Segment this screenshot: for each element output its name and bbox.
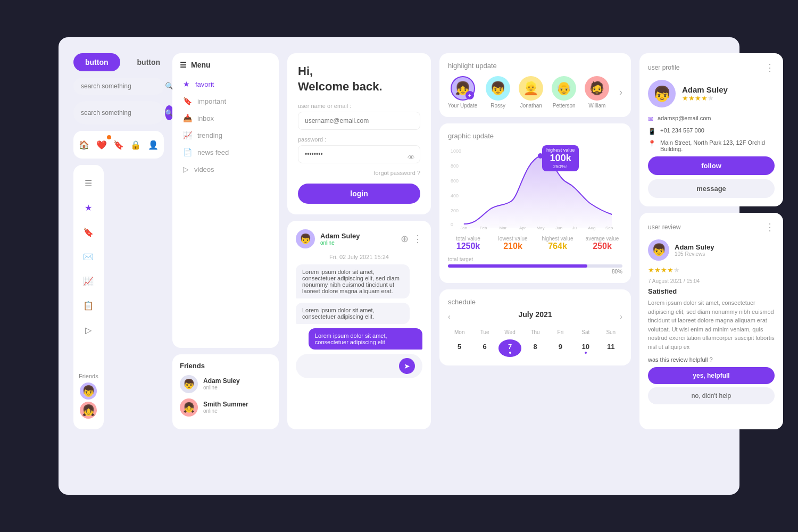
message-button[interactable]: message: [648, 179, 775, 198]
svg-text:400: 400: [451, 193, 459, 198]
schedule-title: schedule: [448, 298, 622, 306]
outline-button[interactable]: button: [126, 53, 172, 71]
progress-section: total target 80%: [448, 256, 622, 275]
menu-item-newsfeed[interactable]: 📄 news feed: [180, 144, 271, 161]
cal-day-7[interactable]: 7: [498, 339, 521, 357]
cal-month: July 2021: [518, 310, 552, 319]
lock-icon[interactable]: 🔒: [127, 136, 144, 153]
col2-sidebar: ☰ Menu ★ favorit 🔖 important 📥 inbox 📈 t…: [172, 53, 279, 429]
calendar-grid: Mon Tue Wed Thu Fri Sat Sun 5 6 7 8 9 10…: [448, 327, 622, 357]
menu-item-inbox[interactable]: 📥 inbox: [180, 110, 271, 127]
hl-avatar-you: 👧 +: [451, 76, 475, 101]
email-input[interactable]: [298, 112, 420, 130]
copy-nav-icon[interactable]: 📋: [79, 296, 98, 315]
important-icon: 🔖: [183, 97, 192, 105]
svg-text:Mar: Mar: [500, 226, 507, 230]
profile-email-text: adamsp@email.com: [658, 115, 711, 121]
cal-next-arrow[interactable]: ›: [620, 312, 622, 321]
star-nav-icon[interactable]: ★: [79, 198, 98, 217]
chart-card: graphic update highest value 100k 250%↑ …: [439, 123, 631, 283]
mini-friend-1[interactable]: 👦: [80, 383, 97, 400]
hl-user-jonathan[interactable]: 👱 Jonathan: [519, 76, 543, 109]
tooltip-percent: 250%↑: [546, 164, 575, 169]
play-nav-icon[interactable]: ▷: [79, 320, 98, 339]
bookmark-nav-icon[interactable]: 🔖: [79, 222, 98, 242]
profile-address-text: Main Street, North Park 123, 12F Orchid …: [660, 139, 775, 152]
svg-text:Aug: Aug: [588, 226, 595, 230]
search-input-2[interactable]: [81, 109, 161, 117]
chat-input[interactable]: [303, 362, 395, 370]
search-input-1[interactable]: [81, 82, 161, 90]
newsfeed-icon: 📄: [183, 148, 192, 156]
svg-text:Jun: Jun: [555, 226, 562, 230]
svg-text:Jul: Jul: [572, 226, 577, 230]
hl-next-arrow[interactable]: ›: [619, 87, 622, 98]
password-field: 👁: [298, 145, 420, 170]
helpful-question: was this review helpfull ?: [648, 356, 775, 363]
person-icon[interactable]: 👤: [145, 136, 162, 153]
mini-friend-2[interactable]: 👧: [80, 402, 97, 419]
friend-item-2[interactable]: 👧 Smith Summer online: [180, 398, 271, 417]
menu-item-favorit[interactable]: ★ favorit: [180, 76, 271, 93]
cal-header-tue: Tue: [473, 327, 496, 337]
cal-day-9[interactable]: 9: [549, 339, 572, 357]
heart-icon[interactable]: ❤️: [93, 136, 110, 153]
chat-more-icon[interactable]: ⋮: [413, 233, 422, 245]
email-icon: ✉: [648, 115, 653, 123]
hl-user-rossy[interactable]: 👦 Rossy: [486, 76, 510, 109]
chart-title: graphic update: [448, 132, 622, 140]
friend-status-2: online: [203, 408, 248, 414]
cal-day-11[interactable]: 11: [600, 339, 622, 357]
cal-day-6[interactable]: 6: [473, 339, 496, 357]
bookmark-icon[interactable]: 🔖: [110, 136, 127, 153]
inbox-label: inbox: [197, 114, 214, 122]
hl-user-petterson[interactable]: 👴 Petterson: [552, 76, 576, 109]
review-text: Lorem ipsum dolor sit amet, consectetuer…: [648, 298, 775, 351]
friend-item-1[interactable]: 👦 Adam Suley online: [180, 375, 271, 393]
profile-email: ✉ adamsp@email.com: [648, 115, 775, 123]
password-input[interactable]: [298, 145, 420, 163]
review-more-icon[interactable]: ⋮: [765, 221, 775, 233]
friend-status-1: online: [203, 385, 240, 390]
send-button[interactable]: ➤: [399, 358, 415, 374]
svg-text:May: May: [536, 226, 544, 230]
review-card: user review ⋮ 👦 Adam Suley 105 Reviews ★…: [639, 213, 783, 429]
login-button[interactable]: login: [298, 184, 420, 204]
cal-header-fri: Fri: [549, 327, 572, 337]
chat-header: 👦 Adam Suley online ⊕ ⋮: [296, 229, 422, 248]
mail-nav-icon[interactable]: ✉️: [79, 247, 98, 266]
menu-item-trending[interactable]: 📈 trending: [180, 127, 271, 144]
cal-day-10[interactable]: 10: [574, 339, 597, 357]
follow-button[interactable]: follow: [648, 156, 775, 175]
cal-header-thu: Thu: [523, 327, 546, 337]
filled-button[interactable]: button: [73, 53, 120, 71]
profile-more-icon[interactable]: ⋮: [765, 62, 775, 73]
cal-prev-arrow[interactable]: ‹: [448, 312, 451, 321]
chart-area: highest value 100k 250%↑ 1000 800 600 40…: [448, 145, 622, 230]
forgot-password[interactable]: forgot password ?: [298, 170, 420, 176]
login-greeting: Hi, Welcome back.: [298, 64, 420, 94]
no-helpful-button[interactable]: no, didn't help: [648, 387, 775, 404]
menu-item-videos[interactable]: ▷ videos: [180, 161, 271, 178]
yes-helpful-button[interactable]: yes, helpfull: [648, 367, 775, 384]
hl-user-william[interactable]: 🧔 William: [585, 76, 609, 109]
menu-icon[interactable]: ☰: [79, 173, 98, 193]
chat-add-icon[interactable]: ⊕: [401, 233, 409, 245]
menu-item-important[interactable]: 🔖 important: [180, 93, 271, 110]
hl-user-you[interactable]: 👧 + Your Update: [448, 76, 477, 109]
col5-profile-review: user profile ⋮ 👦 Adam Suley ★★★★★ ✉ adam…: [639, 53, 783, 429]
reviewer-info: 👦 Adam Suley 105 Reviews: [648, 239, 775, 261]
cal-day-5[interactable]: 5: [448, 339, 471, 357]
profile-card-header: user profile ⋮: [648, 62, 775, 73]
eye-icon[interactable]: 👁: [408, 153, 415, 162]
inbox-icon: 📥: [183, 114, 192, 122]
profile-address: 📍 Main Street, North Park 123, 12F Orchi…: [648, 139, 775, 152]
phone-icon: 📱: [648, 128, 656, 135]
cal-day-8[interactable]: 8: [523, 339, 546, 357]
hl-avatar-rossy: 👦: [486, 76, 510, 101]
profile-section-title: user profile: [648, 64, 679, 71]
chart-nav-icon[interactable]: 📈: [79, 271, 98, 290]
home-icon[interactable]: 🏠: [76, 136, 93, 153]
progress-fill: [448, 264, 587, 268]
profile-phone-text: +01 234 567 000: [660, 127, 704, 134]
